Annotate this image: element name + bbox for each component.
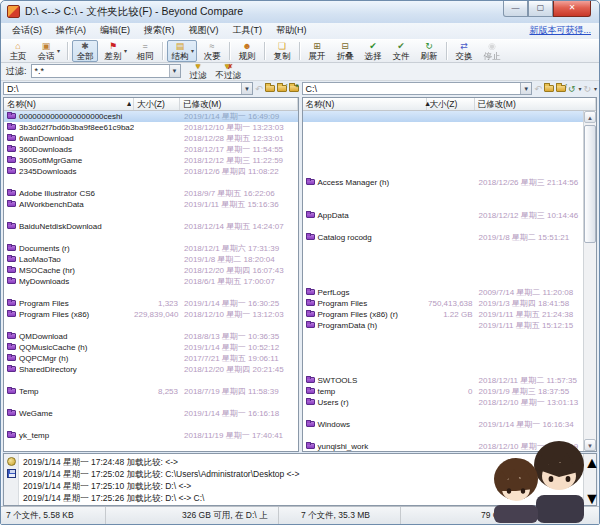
- toolbar-button-show-all[interactable]: ✱全部: [72, 40, 98, 62]
- browse-folder-icon[interactable]: [265, 85, 275, 92]
- menu-item-2[interactable]: 编辑(E): [93, 22, 137, 39]
- toolbar-button-copy[interactable]: ❏复制: [269, 40, 295, 62]
- undo-icon[interactable]: ↶: [534, 83, 542, 95]
- menu-item-3[interactable]: 搜索(R): [137, 22, 182, 39]
- file-row[interactable]: Program Files (x86) (r)1.22 GB2019/1/11 …: [303, 309, 584, 320]
- log-tab-icon[interactable]: [7, 457, 16, 466]
- scrollbar-thumb[interactable]: [584, 472, 596, 490]
- toolbar-button-files[interactable]: ✔文件: [388, 40, 414, 62]
- session-forward-icon[interactable]: ↻: [583, 83, 591, 95]
- log-scrollbar[interactable]: ▲ ▼: [583, 454, 596, 505]
- minimize-button[interactable]: —: [503, 1, 528, 17]
- column-header-modified[interactable]: 已修改(M): [475, 98, 597, 110]
- file-row[interactable]: QMDownload2018/8/13 星期一 10:36:35: [4, 331, 298, 342]
- file-row[interactable]: 0000000000000000000ceshi2019/1/14 星期一 16…: [4, 111, 298, 122]
- toolbar-button-refresh[interactable]: ↻刷新: [416, 40, 442, 62]
- menu-item-4[interactable]: 视图(V): [182, 22, 226, 39]
- session-back-icon[interactable]: ↺: [568, 83, 576, 95]
- file-row[interactable]: QQMusicCache (h)2019/1/14 星期一 10:52:12: [4, 342, 298, 353]
- file-row[interactable]: Program Files (x86)229,839,0402018/12/10…: [4, 309, 298, 320]
- file-row[interactable]: 2345Downloads2018/12/6 星期四 11:08:22: [4, 166, 298, 177]
- column-header-size[interactable]: 大小(Z): [134, 98, 180, 110]
- file-row[interactable]: QQPCMgr (h)2017/7/21 星期五 19:06:11: [4, 353, 298, 364]
- maximize-button[interactable]: ▢: [528, 1, 553, 17]
- browse-folder-icon[interactable]: [544, 85, 554, 92]
- column-header-modified[interactable]: 已修改(M): [180, 98, 298, 110]
- file-row[interactable]: MyDownloads2018/6/1 星期五 17:00:07: [4, 276, 298, 287]
- save-icon[interactable]: [7, 469, 16, 478]
- file-row[interactable]: MSOCache (hr)2018/12/20 星期四 16:07:43: [4, 265, 298, 276]
- menu-item-6[interactable]: 帮助(H): [269, 22, 314, 39]
- chevron-down-icon[interactable]: ▼: [169, 65, 180, 77]
- menu-item-5[interactable]: 工具(T): [226, 22, 270, 39]
- chevron-down-icon[interactable]: ▼: [241, 83, 252, 94]
- right-panel-scrollbar[interactable]: ▲ ▼: [583, 111, 596, 451]
- file-row[interactable]: 360Downloads2018/12/17 星期一 11:54:55: [4, 144, 298, 155]
- toolbar-button-session[interactable]: ▣会话▾: [33, 40, 63, 62]
- file-row[interactable]: PerfLogs2009/7/14 星期二 11:20:08: [303, 287, 584, 298]
- toolbar-button-structure[interactable]: ▤结构▾: [167, 40, 197, 62]
- file-row[interactable]: Users (r)2018/12/10 星期一 13:01:13: [303, 397, 584, 408]
- file-row[interactable]: WeGame2019/1/14 星期一 16:16:18: [4, 408, 298, 419]
- chevron-down-icon[interactable]: ▾: [594, 85, 597, 92]
- file-row[interactable]: Program Files750,413,6382019/1/3 星期四 18:…: [303, 298, 584, 309]
- file-row[interactable]: SWTOOLS2018/12/11 星期二 11:57:35: [303, 375, 584, 386]
- file-row[interactable]: AIWorkbenchData2019/1/11 星期五 15:16:36: [4, 199, 298, 210]
- file-row[interactable]: Documents (r)2018/12/1 星期六 17:31:39: [4, 243, 298, 254]
- scrollbar-thumb[interactable]: [584, 125, 596, 243]
- undo-icon[interactable]: ↶: [255, 83, 263, 95]
- file-row[interactable]: Program Files1,3232019/1/14 星期一 16:30:25: [4, 298, 298, 309]
- chevron-down-icon[interactable]: ▾: [191, 47, 194, 54]
- file-row[interactable]: BaiduNetdiskDownload2018/12/14 星期五 14:24…: [4, 221, 298, 232]
- toolbar-button-rules[interactable]: ☻规则: [234, 40, 260, 62]
- no-filter-button[interactable]: ▼✗ 不过滤: [216, 63, 242, 80]
- column-header-name[interactable]: 名称(N): [303, 98, 427, 110]
- filter-input[interactable]: *.* ▼: [31, 64, 181, 78]
- folder-icon: [306, 212, 315, 218]
- file-row[interactable]: Catalog rocodg2019/1/8 星期二 15:51:21: [303, 232, 584, 243]
- right-path-input[interactable]: C:\ ▼: [302, 82, 533, 95]
- file-row[interactable]: Adobe Illustrator CS62018/9/7 星期五 16:22:…: [4, 188, 298, 199]
- toolbar-button-expand[interactable]: ⊞展开: [304, 40, 330, 62]
- close-button[interactable]: ✕: [553, 1, 591, 17]
- file-row[interactable]: 360SoftMgrGame2018/12/12 星期三 11:22:59: [4, 155, 298, 166]
- file-row[interactable]: temp02019/1/9 星期三 18:37:55: [303, 386, 584, 397]
- scroll-down-icon[interactable]: ▼: [584, 490, 596, 508]
- file-row[interactable]: 6wanDownload2018/12/28 星期五 12:33:01: [4, 133, 298, 144]
- toolbar-button-differences[interactable]: ⚑差别▾: [100, 40, 130, 62]
- file-row[interactable]: Access Manager (h)2018/12/26 星期三 21:14:5…: [303, 177, 584, 188]
- menu-item-0[interactable]: 会话(S): [5, 22, 49, 39]
- parent-folder-icon[interactable]: ↑: [277, 85, 287, 92]
- chevron-down-icon[interactable]: ▾: [124, 47, 127, 54]
- chevron-down-icon[interactable]: ▼: [520, 83, 531, 94]
- menu-item-1[interactable]: 操作(A): [49, 22, 93, 39]
- toolbar-button-select[interactable]: ✔选择: [360, 40, 386, 62]
- scroll-down-icon[interactable]: ▼: [584, 439, 596, 451]
- toolbar-button-minor[interactable]: ≈次要: [199, 40, 225, 62]
- file-row[interactable]: ProgramData (h)2019/1/11 星期五 15:12:15: [303, 320, 584, 331]
- file-row[interactable]: Temp8,2532018/7/19 星期四 11:58:39: [4, 386, 298, 397]
- toolbar-button-collapse[interactable]: ⊟折叠: [332, 40, 358, 62]
- folder-icon: [7, 256, 16, 262]
- toolbar-button-same[interactable]: =相同: [132, 40, 158, 62]
- left-path-input[interactable]: D:\ ▼: [3, 82, 253, 95]
- column-header-name[interactable]: 名称(N): [4, 98, 134, 110]
- update-available-link[interactable]: 新版本可获得...: [529, 24, 591, 37]
- file-row[interactable]: yk_temp2018/11/19 星期一 17:40:41: [4, 430, 298, 441]
- file-row[interactable]: SharedDirectory2018/12/20 星期四 20:21:45: [4, 364, 298, 375]
- toolbar-button-home[interactable]: ⌂主页: [5, 40, 31, 62]
- filter-button[interactable]: ▼ 过滤: [190, 63, 207, 80]
- column-header-size[interactable]: 大小(Z): [427, 98, 475, 110]
- file-row[interactable]: Windows2019/1/14 星期一 16:16:34: [303, 419, 584, 430]
- chevron-down-icon[interactable]: ▾: [578, 85, 581, 92]
- file-row[interactable]: yunqishi_work2018/12/10 星期一 13:20:19: [303, 441, 584, 452]
- toolbar-button-swap[interactable]: ⇄交换: [451, 40, 477, 62]
- parent-folder-icon[interactable]: ↑: [556, 85, 566, 92]
- file-row[interactable]: LaoMaoTao2019/1/8 星期二 18:20:04: [4, 254, 298, 265]
- scroll-up-icon[interactable]: ▲: [584, 454, 596, 472]
- bookmark-folder-icon[interactable]: ＊: [289, 85, 299, 92]
- chevron-down-icon[interactable]: ▾: [57, 47, 60, 54]
- file-row[interactable]: 3b3d62f7bd6b3ba9f8ee61c9ba21e20...2018/1…: [4, 122, 298, 133]
- file-row[interactable]: AppData2018/12/12 星期三 10:14:46: [303, 210, 584, 221]
- scroll-up-icon[interactable]: ▲: [584, 111, 596, 123]
